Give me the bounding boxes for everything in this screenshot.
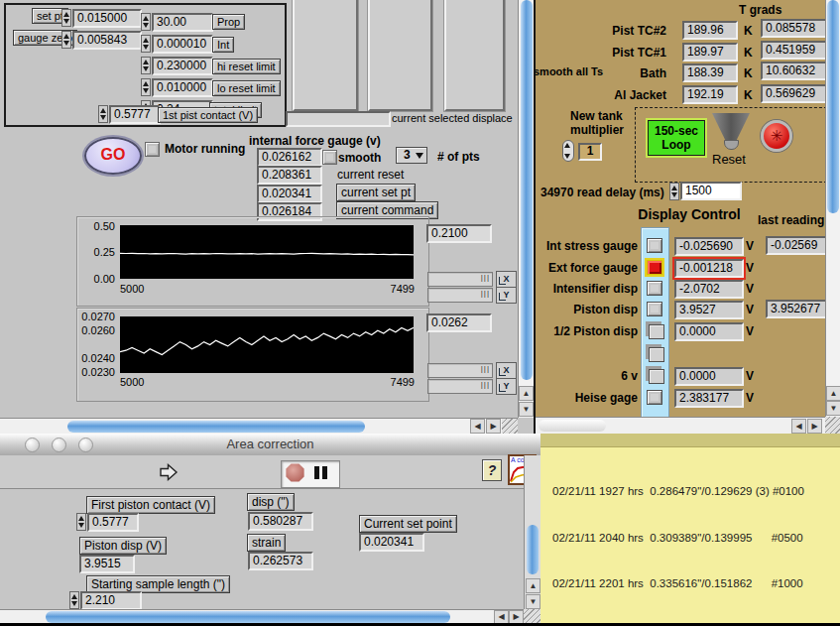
scroll-right-arrow-icon[interactable]: ▶ [807,419,822,434]
t-grads-header: T grads [739,3,781,17]
smooth-label: smooth [338,151,381,165]
close-window-icon[interactable] [25,438,40,452]
go-button[interactable]: GO [84,137,142,175]
minimize-window-icon[interactable] [52,438,66,452]
resize-grip[interactable] [825,417,840,434]
channel-label: Piston disp [536,303,638,316]
int-spinner[interactable] [141,35,151,53]
displacement-listbox-1[interactable] [293,0,358,111]
motor-running-label: Motor running [165,142,245,156]
left-window-vscroll-thumb[interactable] [521,0,533,380]
resize-grip[interactable] [524,609,540,623]
channel-last: 3.952677 [766,300,831,318]
gauge-zero-spinner[interactable] [61,31,71,49]
channel-toggle[interactable] [649,369,664,384]
prop-field[interactable]: 30.00 [152,13,213,32]
resize-grip[interactable] [502,419,518,434]
new-tank-spinner[interactable] [562,140,574,162]
first-piston-contact-spinner[interactable] [76,513,86,531]
log-text-area[interactable]: 02/21/11 1927 hrs 0.286479"/0.129629 (3)… [552,453,804,623]
read-delay-spinner[interactable] [669,183,679,200]
chart1-yscale-lock-icon[interactable]: Y [496,287,517,304]
first-pist-contact-field[interactable]: 0.5777 [109,105,161,124]
tan-window-vscrollbar[interactable]: ▲ ▼ [825,0,840,417]
channel-toggle[interactable] [649,347,664,362]
scroll-left-arrow-icon[interactable]: ◀ [494,610,509,623]
scroll-right-arrow-icon[interactable]: ▶ [486,419,501,434]
hi-reset-field[interactable]: 0.230000 [152,57,213,75]
scroll-down-arrow-icon[interactable]: ▼ [826,401,840,416]
temp-row-label: Al Jacket [536,88,666,102]
scroll-down-arrow-icon[interactable]: ▼ [519,402,534,417]
left-window-hscrollbar[interactable]: ◀ ▶ [0,418,518,434]
first-piston-contact-field[interactable]: 0.5777 [87,513,139,532]
chart2-xscale-lock-icon[interactable]: X [496,362,517,379]
tan-window-vscroll-thumb[interactable] [827,0,839,213]
area-window-hscrollbar[interactable]: ◀ ▶ [0,609,524,623]
disp-field: 0.580287 [248,512,313,531]
channel-toggle[interactable] [647,281,662,296]
chart2-ytick-1: 0.0260 [75,324,115,336]
chart2-xtick-1: 7499 [383,376,415,388]
run-arrow-icon[interactable] [159,463,179,481]
pause-button[interactable] [311,463,330,482]
scroll-right-arrow-icon[interactable]: ▶ [509,610,524,623]
current-selected-field[interactable] [286,111,391,127]
read-delay-field[interactable]: 1500 [680,182,742,200]
scroll-up-arrow-icon[interactable]: ▲ [519,386,534,401]
lo-reset-field[interactable]: 0.010000 [152,78,213,97]
channel-toggle[interactable] [647,390,662,405]
loop-button[interactable]: 150-sec Loop [648,120,705,156]
scroll-left-arrow-icon[interactable]: ◀ [791,419,806,434]
tan-window-hscrollbar[interactable]: ◀ ▶ [536,417,825,434]
lo-reset-spinner[interactable] [141,78,151,96]
left-window-hscroll-thumb[interactable] [67,421,365,433]
scroll-up-arrow-icon[interactable]: ▲ [526,578,540,593]
stop-button[interactable]: ✳ [761,120,792,152]
set-pt-spinner[interactable] [61,9,71,27]
left-window-vscrollbar[interactable]: ▲ ▼ [518,0,534,418]
int-field[interactable]: 0.000010 [152,35,213,54]
channel-toggle[interactable] [647,260,662,275]
channel-toggle[interactable] [647,302,662,316]
smooth-checkbox[interactable] [322,150,337,165]
chart2-xscale-bar[interactable] [427,363,493,378]
area-window-vscrollbar[interactable]: ▲ ▼ [524,455,540,609]
chart2-yscale-bar[interactable] [427,379,493,394]
new-tank-field[interactable]: 1 [578,143,602,161]
first-pist-contact-spinner[interactable] [98,105,108,123]
current-reset-field: 0.208361 [257,166,322,185]
scroll-left-arrow-icon[interactable]: ◀ [470,419,485,434]
motor-running-checkbox[interactable] [145,142,160,157]
chart1-yscale-bar[interactable] [427,288,493,303]
channel-toggle[interactable] [649,324,664,339]
channel-toggle[interactable] [647,238,662,253]
channel-label: 1/2 Piston disp [536,324,638,338]
tan-window-hscroll-thumb[interactable] [539,420,606,432]
channel-unit: V [746,261,754,275]
temp-row-value: 192.19 [682,85,738,104]
chart1-plot [120,225,414,279]
scroll-up-arrow-icon[interactable]: ▲ [826,386,840,401]
help-button[interactable]: ? [482,459,502,481]
temp-row-label: Bath [536,66,666,80]
area-window-hscroll-thumb[interactable] [46,611,450,623]
chart1-xscale-bar[interactable] [427,272,493,287]
temp-row-grad: 0.569629 [761,84,828,103]
gauge-zero-field[interactable]: 0.005843 [72,31,142,50]
set-pt-field[interactable]: 0.015000 [72,9,142,28]
chart2-display: 0.0262 [426,313,492,332]
chart1-xscale-lock-icon[interactable]: X [496,271,517,288]
displacement-listbox-2[interactable] [368,0,432,111]
temp-row-unit: K [744,24,753,38]
hi-reset-spinner[interactable] [141,57,151,74]
displacement-listbox-3[interactable] [444,0,505,111]
sample-length-field[interactable]: 2.210 [80,591,142,610]
scroll-down-arrow-icon[interactable]: ▼ [526,594,540,609]
num-pts-dropdown[interactable]: 3 [396,147,427,164]
area-window-vscroll-thumb[interactable] [527,525,539,574]
prop-spinner[interactable] [141,13,151,31]
sample-length-spinner[interactable] [69,591,79,609]
zoom-window-icon[interactable] [78,438,93,452]
chart2-yscale-lock-icon[interactable]: Y [496,378,517,395]
